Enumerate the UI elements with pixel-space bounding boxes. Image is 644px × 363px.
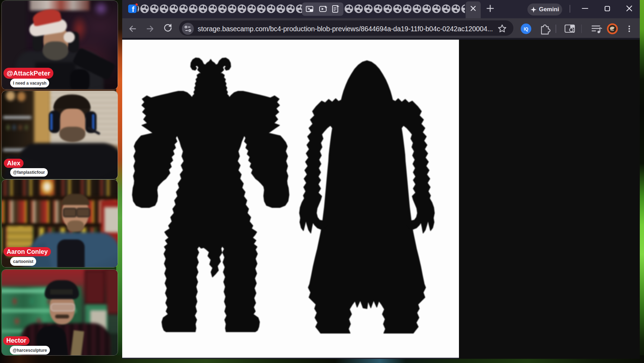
svg-text:IQ: IQ [524, 27, 528, 32]
svg-text:f: f [132, 5, 134, 14]
